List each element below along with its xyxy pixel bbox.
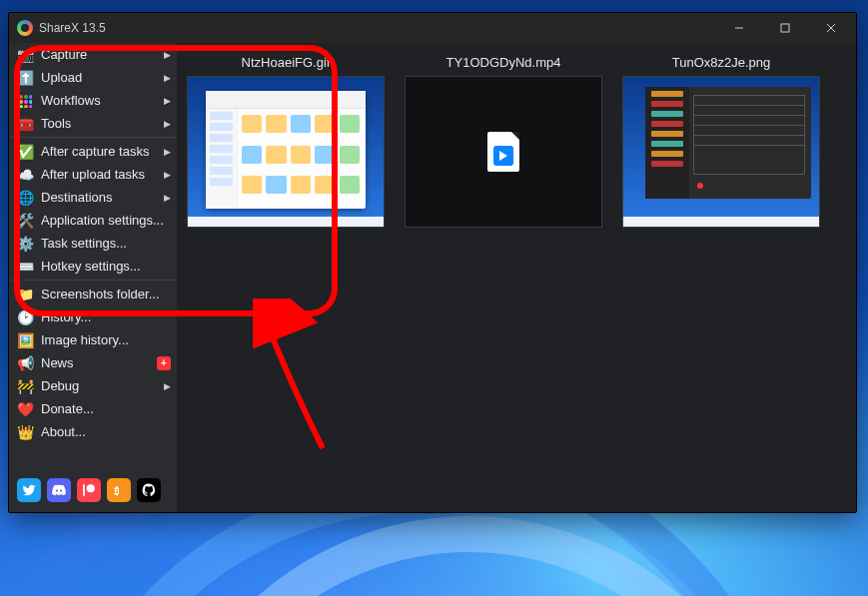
folder-icon: 📁: [17, 287, 33, 302]
chevron-right-icon: ▶: [164, 119, 171, 129]
sidebar-label: Screenshots folder...: [41, 287, 160, 301]
sidebar-label: Workflows: [41, 93, 101, 108]
bitcoin-icon[interactable]: ₿: [107, 478, 131, 502]
svg-rect-1: [781, 24, 789, 32]
minimize-button[interactable]: [716, 13, 762, 43]
sidebar-label: After capture tasks: [41, 144, 149, 159]
thumbnail-preview[interactable]: [622, 76, 820, 228]
sidebar-label: About...: [41, 424, 86, 439]
sidebar-item-about[interactable]: 👑About...: [9, 420, 177, 443]
sidebar-item-donate[interactable]: ❤️Donate...: [9, 397, 177, 420]
cone-icon: 🚧: [17, 378, 33, 394]
history-icon: 🕑: [17, 309, 33, 325]
gear-icon: ⚙️: [17, 236, 33, 252]
sidebar-item-destinations[interactable]: 🌐Destinations▶: [9, 186, 177, 209]
sidebar-label: Upload: [41, 70, 82, 85]
sidebar-item-news[interactable]: 📢News+: [9, 351, 177, 374]
sidebar-label: Donate...: [41, 401, 94, 416]
sidebar-label: Hotkey settings...: [41, 259, 141, 274]
sidebar-label: Task settings...: [41, 236, 127, 251]
svg-point-9: [29, 100, 32, 104]
video-file-icon: [487, 132, 519, 172]
sidebar-item-hotkey-settings[interactable]: ⌨️Hotkey settings...: [9, 255, 177, 278]
sidebar: 📷Capture▶ ⬆️Upload▶ Workflows▶ 🧰Tools▶ ✅…: [9, 43, 177, 512]
github-icon[interactable]: [137, 478, 161, 502]
sidebar-item-screenshots-folder[interactable]: 📁Screenshots folder...: [9, 283, 177, 305]
thumbnail-filename: TY1ODGDyNd.mp4: [446, 55, 561, 70]
sidebar-item-app-settings[interactable]: 🛠️Application settings...: [9, 209, 177, 232]
window-title: ShareX 13.5: [39, 21, 106, 35]
grid-icon: [17, 93, 33, 109]
crown-icon: 👑: [17, 424, 33, 440]
upload-icon: ⬆️: [17, 70, 33, 86]
thumbnail-item[interactable]: NtzHoaeiFG.gif: [187, 55, 385, 228]
image-history-icon: 🖼️: [17, 332, 33, 348]
thumbnail-filename: NtzHoaeiFG.gif: [242, 55, 331, 70]
thumbnail-item[interactable]: TunOx8z2Je.png: [622, 55, 820, 228]
sidebar-item-history[interactable]: 🕑History...: [9, 305, 177, 328]
sidebar-label: Destinations: [41, 190, 113, 205]
sidebar-label: Image history...: [41, 332, 129, 347]
thumbnail-preview[interactable]: [405, 76, 602, 228]
svg-point-8: [24, 100, 28, 104]
chevron-right-icon: ▶: [164, 147, 171, 157]
sidebar-item-upload[interactable]: ⬆️Upload▶: [9, 66, 177, 89]
sidebar-item-workflows[interactable]: Workflows▶: [9, 89, 177, 112]
chevron-right-icon: ▶: [164, 193, 171, 203]
chevron-right-icon: ▶: [164, 381, 171, 391]
camera-icon: 📷: [17, 47, 33, 63]
chevron-right-icon: ▶: [164, 50, 171, 60]
patreon-icon[interactable]: [77, 478, 101, 502]
cloud-check-icon: ☁️: [17, 167, 33, 183]
chevron-right-icon: ▶: [164, 96, 171, 106]
close-button[interactable]: [808, 13, 854, 43]
sharex-window: ShareX 13.5 📷Capture▶ ⬆️Upload▶ Workflow…: [8, 12, 857, 513]
maximize-button[interactable]: [762, 13, 808, 43]
sidebar-item-task-settings[interactable]: ⚙️Task settings...: [9, 232, 177, 255]
keyboard-icon: ⌨️: [17, 259, 33, 275]
globe-icon: 🌐: [17, 190, 33, 206]
app-logo-icon: [17, 20, 33, 36]
chevron-right-icon: ▶: [164, 170, 171, 180]
sidebar-item-after-upload[interactable]: ☁️After upload tasks▶: [9, 163, 177, 186]
svg-point-6: [29, 95, 32, 99]
svg-point-13: [87, 484, 95, 492]
thumbnail-preview[interactable]: [187, 76, 385, 228]
divider: [9, 137, 177, 138]
svg-point-5: [24, 95, 28, 99]
twitter-icon[interactable]: [17, 478, 41, 502]
sidebar-item-debug[interactable]: 🚧Debug▶: [9, 374, 177, 397]
sidebar-item-after-capture[interactable]: ✅After capture tasks▶: [9, 140, 177, 163]
svg-text:₿: ₿: [114, 486, 119, 496]
sidebar-label: Application settings...: [41, 213, 164, 228]
thumbnail-filename: TunOx8z2Je.png: [672, 55, 771, 70]
svg-point-10: [19, 105, 23, 108]
svg-point-7: [19, 100, 23, 104]
discord-icon[interactable]: [47, 478, 71, 502]
sidebar-label: After upload tasks: [41, 167, 145, 182]
social-links: ₿: [9, 470, 177, 512]
sidebar-label: News: [41, 355, 74, 370]
svg-point-12: [29, 105, 32, 108]
svg-point-4: [19, 95, 23, 99]
news-badge: +: [157, 356, 171, 370]
sidebar-item-capture[interactable]: 📷Capture▶: [9, 43, 177, 66]
wrench-icon: 🛠️: [17, 213, 33, 229]
titlebar[interactable]: ShareX 13.5: [9, 13, 856, 43]
thumbnail-item[interactable]: TY1ODGDyNd.mp4: [405, 55, 602, 228]
svg-point-11: [24, 105, 28, 108]
divider: [9, 280, 177, 281]
toolbox-icon: 🧰: [17, 116, 33, 132]
sidebar-item-image-history[interactable]: 🖼️Image history...: [9, 328, 177, 351]
heart-icon: ❤️: [17, 401, 33, 417]
sidebar-item-tools[interactable]: 🧰Tools▶: [9, 112, 177, 135]
megaphone-icon: 📢: [17, 355, 33, 371]
chevron-right-icon: ▶: [164, 73, 171, 83]
sidebar-label: History...: [41, 309, 91, 324]
sidebar-label: Debug: [41, 378, 79, 393]
svg-rect-14: [83, 484, 85, 496]
sidebar-label: Capture: [41, 47, 87, 62]
thumbnail-grid: NtzHoaeiFG.gif TY1ODGDyNd.mp4 TunOx8z2Je…: [177, 43, 856, 512]
sidebar-label: Tools: [41, 116, 71, 131]
check-icon: ✅: [17, 144, 33, 160]
